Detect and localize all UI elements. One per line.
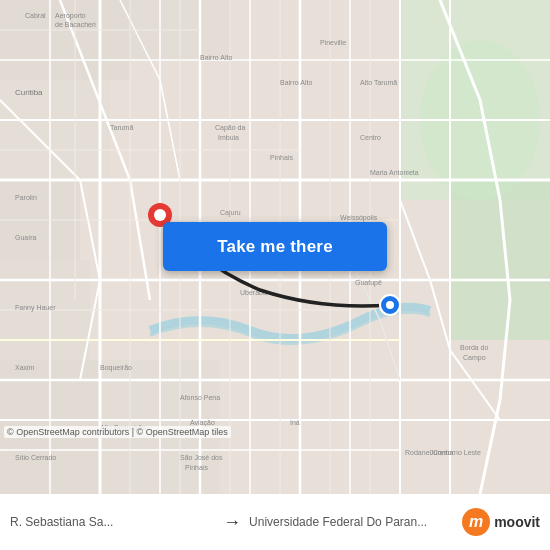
svg-text:Pineville: Pineville [320,39,346,46]
svg-text:Centro: Centro [360,134,381,141]
svg-text:Aeroporto: Aeroporto [55,12,86,20]
svg-text:Capão da: Capão da [215,124,245,132]
origin-section: R. Sebastiana Sa... [10,515,215,529]
destination-label: Universidade Federal Do Paran... [249,515,454,529]
svg-text:Borda do: Borda do [460,344,489,351]
svg-text:Sítio Cerrado: Sítio Cerrado [15,454,56,461]
svg-text:Guatupê: Guatupê [355,279,382,287]
svg-text:Xaxim: Xaxim [15,364,35,371]
svg-text:Afonso Pena: Afonso Pena [180,394,220,401]
svg-text:Rodanel Contorno Leste: Rodanel Contorno Leste [405,449,481,456]
svg-text:Alto Tarumã: Alto Tarumã [360,79,397,86]
svg-text:São José dos: São José dos [180,454,223,461]
svg-text:Imbuia: Imbuia [218,134,239,141]
destination-section: Universidade Federal Do Paran... [249,515,454,529]
svg-text:Bairro Alto: Bairro Alto [280,79,312,86]
svg-text:Campo: Campo [463,354,486,362]
svg-text:Bairro Alto: Bairro Alto [200,54,232,61]
svg-text:Cajuru: Cajuru [220,209,241,217]
app: Curitiba Parolin Guaíra Fanny Hauer Xaxi… [0,0,550,550]
take-me-there-button[interactable]: Take me there [163,222,387,271]
map-attribution: © OpenStreetMap contributors | © OpenStr… [4,426,231,438]
svg-text:Iná: Iná [290,419,300,426]
svg-text:Cabral: Cabral [25,12,46,19]
svg-text:Guaíra: Guaíra [15,234,37,241]
arrow-icon: → [215,512,249,533]
moovit-logo: m moovit [462,508,540,536]
svg-point-76 [386,301,394,309]
map-container: Curitiba Parolin Guaíra Fanny Hauer Xaxi… [0,0,550,494]
moovit-logo-icon: m [462,508,490,536]
svg-text:Parolin: Parolin [15,194,37,201]
svg-text:Boqueirão: Boqueirão [100,364,132,372]
svg-text:Pinhais: Pinhais [270,154,293,161]
bottom-bar: R. Sebastiana Sa... → Universidade Feder… [0,494,550,550]
svg-text:de Bacacheri: de Bacacheri [55,21,96,28]
svg-point-74 [154,209,166,221]
moovit-logo-text: moovit [494,514,540,530]
svg-text:Curitiba: Curitiba [15,88,43,97]
svg-text:Pinhais: Pinhais [185,464,208,471]
svg-text:Maria Antonieta: Maria Antonieta [370,169,419,176]
svg-text:Tarumã: Tarumã [110,124,133,131]
svg-text:Fanny Hauer: Fanny Hauer [15,304,56,312]
svg-text:Weissópolis: Weissópolis [340,214,378,222]
origin-label: R. Sebastiana Sa... [10,515,215,529]
